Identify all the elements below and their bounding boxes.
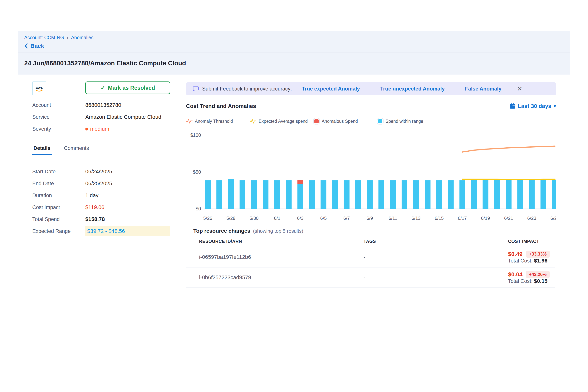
svg-text:5/30: 5/30	[250, 216, 259, 221]
resource-tags: -	[364, 274, 508, 280]
cost-impact-amount: $0.04	[508, 271, 522, 278]
svg-text:$50: $50	[193, 169, 201, 175]
end-date-value: 06/25/2025	[85, 180, 112, 186]
pulse-line-icon	[186, 118, 192, 124]
svg-text:6/13: 6/13	[412, 216, 421, 221]
resolve-label: Mark as Resolved	[108, 85, 155, 91]
total-cost-line: Total Cost: $1.96	[508, 258, 548, 264]
cost-impact-percent-badge: +33.33%	[526, 250, 550, 258]
tab-details[interactable]: Details	[32, 143, 52, 155]
total-spend-value: $158.78	[85, 216, 105, 222]
cost-impact-label: Cost Impact	[32, 204, 85, 210]
start-date-label: Start Date	[32, 169, 85, 175]
anomaly-trend-panel: Submit Feedback to improve accuracy: Tru…	[186, 82, 556, 288]
expected-range-label: Expected Range	[32, 228, 85, 234]
breadcrumb-account-link[interactable]: Account: CCM-NG	[24, 35, 64, 40]
severity-dot-icon	[85, 128, 88, 130]
legend-label: Spend within range	[386, 119, 423, 124]
svg-text:6/19: 6/19	[481, 216, 490, 221]
account-value: 868001352780	[85, 102, 121, 108]
svg-text:6/25: 6/25	[550, 216, 556, 221]
breadcrumb: Account: CCM-NG › Anomalies	[24, 35, 570, 40]
svg-text:5/26: 5/26	[203, 216, 212, 221]
table-row: i-06597ba197fe112b6 - $0.49 +33.33% Tota…	[186, 247, 555, 268]
duration-label: Duration	[32, 192, 85, 198]
feedback-option-false-anomaly[interactable]: False Anomaly	[455, 86, 512, 92]
chevron-right-icon: ›	[67, 35, 68, 40]
cost-trend-chart-svg: $0$50$1005/265/285/306/16/36/56/76/96/11…	[186, 132, 556, 223]
total-cost-value: $0.15	[534, 278, 548, 284]
legend-label: Anomaly Threshold	[195, 119, 233, 124]
header-top-band: Account: CCM-NG › Anomalies Back	[18, 31, 570, 52]
page-header: Account: CCM-NG › Anomalies Back 24 Jun/…	[18, 31, 570, 74]
svg-text:$100: $100	[190, 132, 201, 138]
legend-swatch-icon	[378, 118, 383, 124]
table-row: i-0b6f257223cad9579 - $0.04 +42.26% Tota…	[186, 268, 555, 288]
feedback-option-true-unexpected[interactable]: True unexpected Anomaly	[370, 86, 455, 92]
calendar-icon	[510, 103, 516, 109]
cost-impact-row: Cost Impact $119.06	[32, 202, 170, 213]
svg-text:6/5: 6/5	[320, 216, 327, 221]
legend-label: Expected Average spend	[259, 119, 308, 124]
check-icon: ✓	[100, 84, 105, 91]
end-date-row: End Date 06/25/2025	[32, 178, 170, 190]
cost-impact-percent-badge: +42.26%	[526, 271, 550, 278]
start-date-row: Start Date 06/24/2025	[32, 166, 170, 178]
chart-title: Cost Trend and Anomalies	[186, 103, 256, 109]
svg-text:6/9: 6/9	[367, 216, 373, 221]
chevron-left-icon	[24, 43, 28, 49]
legend-label: Anomalous Spend	[322, 119, 358, 124]
service-label: Service	[32, 114, 85, 120]
details-tab-content: Start Date 06/24/2025 End Date 06/25/202…	[32, 166, 170, 237]
start-date-value: 06/24/2025	[85, 168, 112, 175]
total-cost-label: Total Cost:	[508, 278, 533, 284]
close-icon[interactable]: ✕	[517, 86, 522, 92]
top-resource-changes-title: Top resource changes	[193, 228, 250, 234]
total-cost-line: Total Cost: $0.15	[508, 278, 548, 284]
date-range-label: Last 30 days	[518, 103, 551, 109]
legend-item-anomalous-spend: Anomalous Spend	[314, 118, 378, 124]
cost-impact-amount: $0.49	[508, 251, 522, 257]
top-resource-changes-header: Top resource changes (showing top 5 resu…	[186, 227, 556, 235]
resource-tags: -	[364, 254, 508, 260]
chart-legend: Anomaly ThresholdExpected Average spendA…	[186, 118, 556, 125]
total-spend-row: Total Spend $158.78	[32, 213, 170, 225]
expected-range-value: $39.72 - $48.56	[85, 226, 170, 236]
svg-text:6/1: 6/1	[274, 216, 280, 221]
duration-row: Duration 1 day	[32, 190, 170, 202]
caret-down-icon: ▾	[554, 103, 556, 109]
cost-impact-value: $119.06	[85, 204, 104, 210]
duration-value: 1 day	[85, 192, 98, 198]
legend-swatch-icon	[314, 118, 319, 124]
pulse-line-icon	[250, 118, 256, 124]
svg-text:6/15: 6/15	[435, 216, 444, 221]
resource-changes-table: RESOURCE ID/ARN TAGS COST IMPACT i-06597…	[186, 236, 555, 288]
svg-text:6/11: 6/11	[388, 216, 397, 221]
cost-trend-chart: $0$50$1005/265/285/306/16/36/56/76/96/11…	[186, 132, 556, 224]
tab-comments[interactable]: Comments	[63, 143, 90, 155]
date-range-selector[interactable]: Last 30 days ▾	[510, 103, 556, 109]
anomaly-detail-page: Account: CCM-NG › Anomalies Back 24 Jun/…	[0, 0, 588, 392]
breadcrumb-anomalies-link[interactable]: Anomalies	[71, 35, 94, 40]
severity-value: medium	[90, 126, 109, 132]
account-label: Account	[32, 102, 85, 108]
back-button[interactable]: Back	[24, 43, 44, 49]
legend-item-spend-within-range: Spend within range	[378, 118, 423, 124]
resource-id: i-0b6f257223cad9579	[199, 274, 364, 280]
aws-provider-icon: aws	[32, 82, 46, 95]
svg-text:6/3: 6/3	[297, 216, 304, 221]
total-spend-label: Total Spend	[32, 216, 85, 222]
feedback-bar: Submit Feedback to improve accuracy: Tru…	[186, 82, 556, 95]
svg-text:6/7: 6/7	[344, 216, 350, 221]
column-tags: TAGS	[364, 239, 508, 244]
table-header-row: RESOURCE ID/ARN TAGS COST IMPACT	[186, 236, 555, 247]
resource-cost-cell: $0.49 +33.33% Total Cost: $1.96	[508, 250, 555, 264]
feedback-option-true-expected[interactable]: True expected Anomaly	[292, 86, 370, 92]
account-row: Account 868001352780	[32, 99, 170, 111]
panel-divider	[179, 77, 179, 296]
mark-as-resolved-button[interactable]: ✓ Mark as Resolved	[85, 82, 170, 94]
svg-text:5/28: 5/28	[226, 216, 236, 221]
aws-logo: aws	[34, 84, 44, 92]
legend-item-expected-average-spend: Expected Average spend	[250, 118, 314, 124]
service-row: Service Amazon Elastic Compute Cloud	[32, 111, 170, 123]
